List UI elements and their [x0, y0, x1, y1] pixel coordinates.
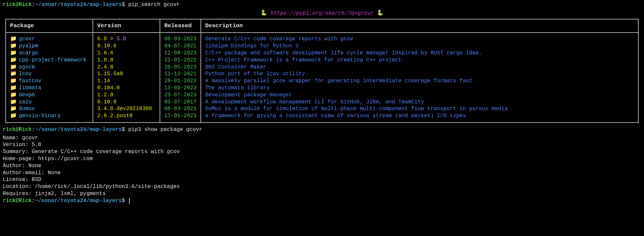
- folder-icon: 📁: [10, 71, 17, 77]
- package-desc-row: a framework for giving a consistent view…: [205, 112, 634, 120]
- folder-icon: 📁: [10, 64, 17, 70]
- header-released: Released: [160, 19, 201, 33]
- package-released-row: 22-01-2022: [164, 57, 196, 64]
- package-version-row: 6.0 > 5.0: [97, 36, 156, 43]
- package-released-row: 08-03-2023: [164, 36, 196, 43]
- package-name-row: 📁zazu: [10, 99, 89, 106]
- prompt-line-3[interactable]: rick@Rick:~/sonar/toyota24/map-layers$: [3, 197, 641, 204]
- folder-icon: 📁: [10, 78, 17, 84]
- info-location: Location: /home/rick/.local/lib/python3.…: [3, 183, 641, 190]
- prompt-line-1: rick@Rick:~/sonar/toyota24/map-layers$ p…: [3, 1, 641, 8]
- folder-icon: 📁: [10, 57, 17, 63]
- version-latest: 2.6.2.post0: [97, 113, 133, 119]
- package-version-row: 0.10.6: [97, 43, 156, 50]
- user-host: rick@Rick: [3, 198, 32, 204]
- package-name-row: 📁gensio-binary: [10, 112, 89, 120]
- cursor[interactable]: [129, 198, 130, 204]
- version-compare: >: [107, 36, 117, 42]
- package-released-row: 17-01-2023: [164, 112, 196, 120]
- package-version-row: 1.15.5a0: [97, 70, 156, 78]
- package-name: devpm: [19, 92, 35, 98]
- snake-icon: 🐍: [260, 10, 267, 17]
- prompt-dollar: $: [122, 198, 125, 204]
- package-name-row: 📁pyalpm: [10, 43, 89, 50]
- user-host: rick@Rick: [3, 127, 32, 133]
- package-released-row: 12-09-2023: [164, 50, 196, 57]
- package-desc-row: Development package manager: [205, 92, 634, 99]
- folder-icon: 📁: [10, 36, 17, 42]
- package-name: zazu: [19, 99, 32, 105]
- package-name: fastcov: [19, 78, 41, 84]
- package-desc-row: C++ Project Framework is a framework for…: [205, 57, 634, 64]
- package-released-row: 13-09-2023: [164, 85, 196, 92]
- package-version-row: 1.14: [97, 78, 156, 85]
- version-latest: 1.0.0: [97, 57, 113, 63]
- package-name: gensio-binary: [19, 113, 61, 119]
- package-desc-row: Generate C/C++ code coverage reports wit…: [205, 36, 634, 43]
- info-author: Author: None: [3, 162, 641, 170]
- version-latest: 2.4.8: [97, 64, 113, 70]
- package-name: pyalpm: [19, 43, 38, 49]
- table-header-row: Package Version Released Description: [6, 19, 638, 33]
- package-desc-row: The automata library: [205, 85, 634, 92]
- seperator: :: [32, 198, 35, 204]
- package-name-row: 📁fastcov: [10, 78, 89, 85]
- package-version-row: 1.0.0: [97, 57, 156, 64]
- package-version-row: 0.104.0: [97, 85, 156, 92]
- package-name: libmata: [19, 85, 41, 91]
- header-version: Version: [93, 19, 160, 33]
- package-released-row: 11-12-2021: [164, 70, 196, 78]
- info-version: Version: 5.0: [3, 141, 641, 148]
- package-released-row: 08-03-2021: [164, 105, 196, 112]
- package-desc-row: C/C++ package and software development l…: [205, 50, 634, 57]
- package-name-row: 📁ogscm: [10, 64, 89, 71]
- prompt-dollar: $: [122, 127, 125, 133]
- package-version-row: 1.2.0: [97, 92, 156, 99]
- package-name-row: 📁devpm: [10, 92, 89, 99]
- package-name: lcov: [19, 71, 32, 77]
- command-text: pip_search gcovr: [128, 2, 180, 8]
- package-released-row: 03-07-2017: [164, 99, 196, 106]
- seperator: :: [32, 127, 35, 133]
- version-latest: 0.10.0: [97, 99, 117, 105]
- cwd-path: ~/sonar/toyota24/map-layers: [35, 2, 122, 8]
- info-requires: Requires: jinja2, lxml, pygments: [3, 190, 641, 197]
- package-version-row: 2.6.2.post0: [97, 112, 156, 120]
- search-url-line: 🐍 https://pypi.org/search/?q=gcovr 🐍: [3, 10, 641, 17]
- package-desc-row: A development workflow management CLI fo…: [205, 99, 634, 106]
- cwd-path: ~/sonar/toyota24/map-layers: [35, 198, 122, 204]
- version-latest: 1.15.5a0: [97, 71, 123, 77]
- package-name: scargo: [19, 50, 38, 56]
- info-name: Name: gcovr: [3, 135, 641, 142]
- version-latest: 0.104.0: [97, 85, 120, 91]
- package-name-row: 📁scargo: [10, 50, 89, 57]
- version-latest: 3.4.0.dev20210308: [97, 106, 152, 112]
- package-version-row: 3.4.0.dev20210308: [97, 105, 156, 112]
- folder-icon: 📁: [10, 99, 17, 105]
- folder-icon: 📁: [10, 92, 17, 98]
- package-version-row: 2.4.8: [97, 64, 156, 71]
- package-released-row: 26-05-2023: [164, 64, 196, 71]
- folder-icon: 📁: [10, 106, 17, 112]
- header-package: Package: [6, 19, 93, 33]
- package-name: ogscm: [19, 64, 35, 70]
- folder-icon: 📁: [10, 113, 17, 119]
- package-version-row: 1.6.6: [97, 50, 156, 57]
- search-url: https://pypi.org/search/?q=gcovr: [271, 10, 373, 16]
- version-latest: 6.0: [97, 36, 107, 42]
- package-desc-row: DuMux is a module for simulation of mult…: [205, 105, 634, 112]
- version-latest: 1.14: [97, 78, 110, 84]
- package-name-row: 📁libmata: [10, 85, 89, 92]
- version-latest: 1.6.6: [97, 50, 113, 56]
- cwd-path: ~/sonar/toyota24/map-layers: [35, 127, 122, 133]
- package-desc-row: OGS Container Maker: [205, 64, 634, 71]
- version-installed: 5.0: [117, 36, 126, 42]
- package-desc-row: Python port of the lcov utility.: [205, 70, 634, 78]
- package-name-row: 📁dumux: [10, 105, 89, 112]
- pip-show-output: Name: gcovr Version: 5.0 Summary: Genera…: [3, 135, 641, 197]
- table-body-row: 📁gcovr📁pyalpm📁scargo📁cpp-project-framewo…: [6, 33, 638, 123]
- folder-icon: 📁: [10, 50, 17, 56]
- prompt-line-2: rick@Rick:~/sonar/toyota24/map-layers$ p…: [3, 126, 641, 133]
- package-name-row: 📁cpp-project-framework: [10, 57, 89, 64]
- version-latest: 0.10.6: [97, 43, 117, 49]
